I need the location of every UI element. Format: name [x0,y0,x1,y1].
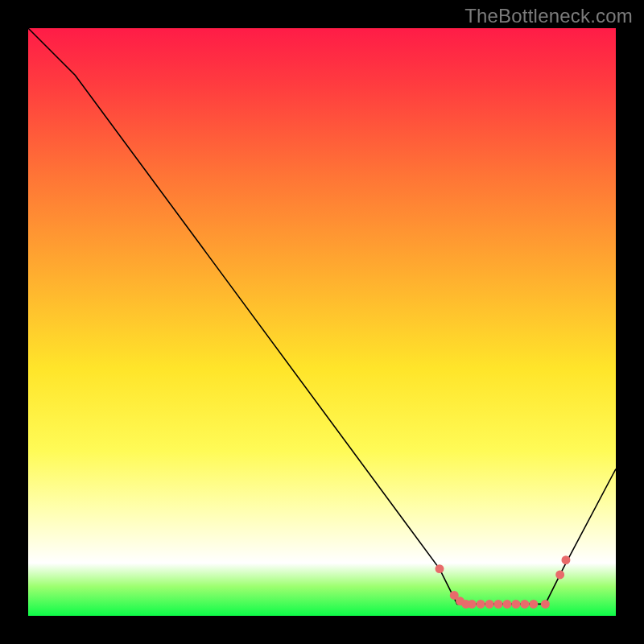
optimal-marker [529,600,538,609]
watermark-text: TheBottleneck.com [464,5,633,27]
optimal-marker [477,600,485,609]
optimal-marker [468,600,477,609]
chart-overlay [28,28,616,616]
curve-group [28,28,616,604]
optimal-marker [561,555,570,564]
optimal-marker [555,570,564,579]
bottleneck-curve-path [28,28,616,604]
optimal-marker [502,600,511,609]
optimal-marker [541,600,550,609]
optimal-marker [511,600,520,609]
chart-frame: TheBottleneck.com [0,0,644,644]
optimal-marker [520,600,529,609]
optimal-marker [436,564,444,573]
optimal-marker [485,600,494,609]
optimal-marker [494,600,503,609]
